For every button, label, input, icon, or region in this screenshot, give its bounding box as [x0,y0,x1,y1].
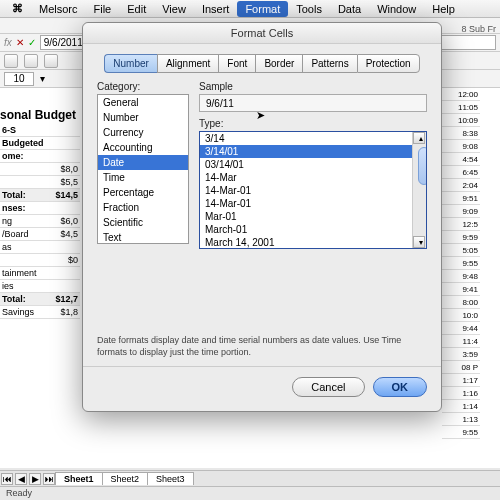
category-item[interactable]: Text [98,230,188,244]
time-cell[interactable]: 11:4 [442,335,480,348]
page-title: sonal Budget [0,106,80,124]
time-cell[interactable]: 9:51 [442,192,480,205]
type-item[interactable]: March 14, 2001 [200,236,426,249]
time-column: 12:0011:0510:098:389:084:546:452:049:519… [442,88,480,439]
time-cell[interactable]: 9:48 [442,270,480,283]
time-cell[interactable]: 9:44 [442,322,480,335]
sample-value: 9/6/11 [206,98,234,109]
status-text: Ready [6,488,32,498]
type-scrollbar[interactable]: ▴ ▾ [412,132,426,248]
category-item[interactable]: Percentage [98,185,188,200]
type-item[interactable]: Mar-01 [200,210,426,223]
tab-protection[interactable]: Protection [357,54,420,73]
menu-edit[interactable]: Edit [119,1,154,17]
type-item[interactable]: 3/14/01 [200,145,426,158]
tab-nav-first-icon[interactable]: ⏮ [1,473,13,485]
time-cell[interactable]: 3:59 [442,348,480,361]
scroll-thumb[interactable] [418,147,427,185]
type-label: Type: [199,118,427,129]
category-item[interactable]: Date [98,155,188,170]
category-list[interactable]: GeneralNumberCurrencyAccountingDateTimeP… [97,94,189,244]
time-cell[interactable]: 8:00 [442,296,480,309]
time-cell[interactable]: 2:04 [442,179,480,192]
category-item[interactable]: Accounting [98,140,188,155]
category-item[interactable]: General [98,95,188,110]
menu-bar: ⌘ Melsorc File Edit View Insert Format T… [0,0,500,18]
time-cell[interactable]: 1:14 [442,400,480,413]
sheet-tab-1[interactable]: Sheet1 [55,472,103,485]
time-cell[interactable]: 9:08 [442,140,480,153]
type-list[interactable]: 3/143/14/0103/14/0114-Mar14-Mar-0114-Mar… [199,131,427,249]
apple-menu[interactable]: ⌘ [4,0,31,17]
time-cell[interactable]: 10:0 [442,309,480,322]
tab-patterns[interactable]: Patterns [302,54,356,73]
tab-nav-last-icon[interactable]: ⏭ [43,473,55,485]
time-cell[interactable]: 10:09 [442,114,480,127]
time-cell[interactable]: 08 P [442,361,480,374]
type-item[interactable]: 03/14/01 [200,158,426,171]
time-cell[interactable]: 9:59 [442,231,480,244]
sub-info: 8 Sub Fr [459,22,498,36]
cancel-entry-icon[interactable]: ✕ [16,37,24,48]
time-cell[interactable]: 9:09 [442,205,480,218]
time-cell[interactable]: 5:05 [442,244,480,257]
tab-number[interactable]: Number [104,54,157,73]
time-cell[interactable]: 12:5 [442,218,480,231]
time-cell[interactable]: 6:45 [442,166,480,179]
category-item[interactable]: Time [98,170,188,185]
cursor-icon: ➤ [256,109,265,122]
dialog-title: Format Cells [83,23,441,44]
sheet-tab-2[interactable]: Sheet2 [102,472,149,485]
time-cell[interactable]: 9:41 [442,283,480,296]
dialog-tabs: Number Alignment Font Border Patterns Pr… [104,54,419,73]
font-size-input[interactable] [4,72,34,86]
tab-alignment[interactable]: Alignment [157,54,218,73]
category-item[interactable]: Currency [98,125,188,140]
time-cell[interactable]: 4:54 [442,153,480,166]
scroll-up-icon[interactable]: ▴ [413,132,425,144]
budget-table: sonal Budget 6-S Budgeted ome: $8,0 $5,5… [0,106,80,319]
time-cell[interactable]: 9:55 [442,426,480,439]
type-item[interactable]: 14-Mar-01 [200,197,426,210]
time-cell[interactable]: 8:38 [442,127,480,140]
time-cell[interactable]: 1:16 [442,387,480,400]
time-cell[interactable]: 1:13 [442,413,480,426]
category-item[interactable]: Scientific [98,215,188,230]
window-controls: 8 Sub Fr [459,0,498,36]
menu-insert[interactable]: Insert [194,1,238,17]
sheet-tab-3[interactable]: Sheet3 [147,472,194,485]
menu-window[interactable]: Window [369,1,424,17]
type-item[interactable]: 3/14 [200,132,426,145]
ok-button[interactable]: OK [373,377,428,397]
format-cells-dialog: Format Cells Number Alignment Font Borde… [82,22,442,412]
time-cell[interactable]: 9:55 [442,257,480,270]
scroll-down-icon[interactable]: ▾ [413,236,425,248]
save-icon[interactable] [4,54,18,68]
category-item[interactable]: Fraction [98,200,188,215]
menu-tools[interactable]: Tools [288,1,330,17]
category-item[interactable]: Number [98,110,188,125]
category-label: Category: [97,81,189,92]
menu-view[interactable]: View [154,1,194,17]
time-cell[interactable]: 11:05 [442,101,480,114]
menu-file[interactable]: File [86,1,120,17]
import-icon[interactable] [44,54,58,68]
menu-format[interactable]: Format [237,1,288,17]
type-item[interactable]: 14-Mar-01 [200,184,426,197]
sample-box: 9/6/11 ➤ [199,94,427,112]
tab-nav-next-icon[interactable]: ▶ [29,473,41,485]
cancel-button[interactable]: Cancel [292,377,364,397]
fx-icon[interactable]: fx [4,37,12,48]
menu-help[interactable]: Help [424,1,463,17]
type-item[interactable]: March-01 [200,223,426,236]
tab-font[interactable]: Font [218,54,255,73]
dropdown-icon[interactable]: ▾ [40,73,45,84]
menu-data[interactable]: Data [330,1,369,17]
tab-border[interactable]: Border [255,54,302,73]
print-icon[interactable] [24,54,38,68]
type-item[interactable]: 14-Mar [200,171,426,184]
time-cell[interactable]: 12:00 [442,88,480,101]
time-cell[interactable]: 1:17 [442,374,480,387]
accept-entry-icon[interactable]: ✓ [28,37,36,48]
tab-nav-prev-icon[interactable]: ◀ [15,473,27,485]
